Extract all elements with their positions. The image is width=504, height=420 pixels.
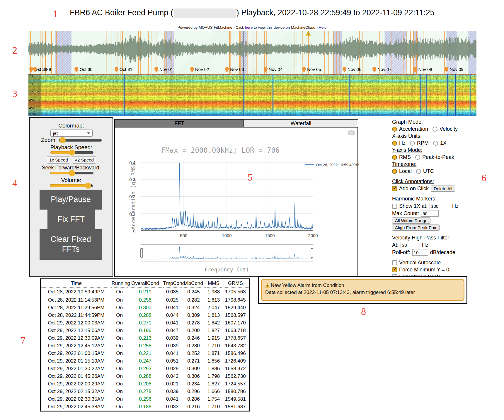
here-link[interactable]: here bbox=[245, 25, 253, 30]
date-pin-nov-03[interactable]: Nov 03 bbox=[225, 67, 229, 72]
date-pin-nov-06[interactable]: Nov 06 bbox=[343, 67, 346, 72]
table-row[interactable]: Oct 29, 2022 12:00:03AMOn0.2710.0410.278… bbox=[41, 319, 250, 327]
table-row[interactable]: Oct 29, 2022 12:15:06AMOn0.1960.0470.209… bbox=[41, 327, 250, 334]
spectrogram[interactable]: 2.0 KHz1.6 KHz1.2 KHz800 Hz400 Hz0 Hz bbox=[28, 74, 476, 116]
graph-mode-radio-acceleration[interactable] bbox=[392, 127, 397, 132]
timezone-radio-local[interactable] bbox=[392, 169, 397, 174]
x-units-radio-hz[interactable] bbox=[392, 141, 397, 146]
seek-slider-thumb[interactable] bbox=[69, 170, 75, 176]
timezone-radio-utc[interactable] bbox=[416, 169, 421, 174]
table-cell: 0.047 bbox=[163, 327, 182, 334]
table-row[interactable]: Oct 29, 2022 01:00:15AMOn0.2210.0410.252… bbox=[41, 350, 250, 357]
help-link[interactable]: Help bbox=[319, 25, 327, 30]
checkbox-label: Vertical Autoscale bbox=[399, 260, 441, 266]
table-row[interactable]: Oct 29, 2022 02:15:32AMOn0.2750.0390.296… bbox=[41, 388, 250, 395]
table-row[interactable]: Oct 29, 2022 02:30:35AMOn0.2560.0410.286… bbox=[41, 395, 250, 403]
alarm-card[interactable]: ! New Yellow Alarm from Condition Data c… bbox=[261, 279, 464, 301]
table-cell: Oct 29, 2022 02:15:32AM bbox=[41, 388, 112, 395]
audio-waveform-timeline[interactable]: ! Oct 28Oct 29Oct 30Oct 31Nov 01Nov 02No… bbox=[28, 31, 476, 74]
add-on-click-checkbox[interactable] bbox=[392, 186, 397, 191]
range-handle-right[interactable] bbox=[311, 248, 313, 258]
date-pin-nov-09[interactable]: Nov 09 bbox=[445, 67, 448, 72]
x-units-radio-1x[interactable] bbox=[433, 141, 438, 146]
date-pin-nov-07[interactable]: Nov 07 bbox=[372, 67, 376, 72]
fix-fft-button[interactable]: Fix FFT bbox=[47, 210, 95, 229]
playback-speed-slider[interactable] bbox=[50, 149, 93, 155]
table-cell: 0.288 bbox=[127, 312, 163, 319]
table-row[interactable]: Oct 29, 2022 02:00:29AMOn0.2080.0210.234… bbox=[41, 380, 250, 388]
rolloff-label: Roll-off: bbox=[392, 249, 410, 256]
table-cell: 0.246 bbox=[182, 334, 206, 342]
tab-waterfall[interactable]: Waterfall bbox=[244, 119, 358, 127]
y-mode-radio-peak-to-peak[interactable] bbox=[415, 155, 420, 160]
date-pin-nov-04[interactable]: Nov 04 bbox=[264, 67, 268, 72]
table-row[interactable]: Oct 29, 2022 01:15:19AMOn0.2470.0510.271… bbox=[41, 357, 250, 365]
date-pin-oct-28[interactable]: Oct 28 bbox=[29, 67, 33, 72]
seek-slider[interactable] bbox=[50, 170, 93, 176]
volume-slider[interactable] bbox=[50, 183, 93, 188]
table-cell: Oct 29, 2022 02:00:29AM bbox=[41, 380, 112, 388]
table-row[interactable]: Oct 29, 2022 12:45:12AMOn0.2580.0390.280… bbox=[41, 342, 250, 350]
date-pin-label: Nov 03 bbox=[230, 67, 244, 72]
delete-all-button[interactable]: Delete All bbox=[431, 186, 455, 192]
table-row[interactable]: Oct 29, 2022 01:30:22AMOn0.2930.0290.309… bbox=[41, 365, 250, 373]
map-pin-icon bbox=[115, 67, 118, 72]
table-row[interactable]: Oct 28, 2022 11:44:59PMOn0.2880.0440.309… bbox=[41, 312, 250, 319]
spec-ytick-800-hz: 800 Hz bbox=[29, 99, 38, 102]
range-handle-left[interactable] bbox=[140, 248, 143, 258]
show-1x-input[interactable] bbox=[430, 203, 450, 209]
v2-speed-button[interactable]: V2 Speed bbox=[72, 156, 96, 164]
playback-speed-slider-thumb[interactable] bbox=[69, 149, 75, 156]
table-cell: 1529.440 bbox=[222, 304, 250, 312]
clear-fixed-ffts-button[interactable]: Clear Fixed FFTs bbox=[40, 229, 102, 260]
vhpf-at-input[interactable] bbox=[401, 242, 420, 248]
region-number-2: 2 bbox=[12, 45, 17, 55]
table-row[interactable]: Oct 28, 2022 11:29:56PMOn0.3000.0410.324… bbox=[41, 304, 250, 312]
table-row[interactable]: Oct 28, 2022 10:59:49PMOn0.2190.0350.245… bbox=[41, 288, 250, 296]
frequency-range-slider[interactable] bbox=[141, 244, 313, 261]
checkbox-vertical-autoscale[interactable] bbox=[392, 260, 397, 265]
x-units-radio-rpm[interactable] bbox=[410, 141, 415, 146]
table-row[interactable]: Oct 29, 2022 02:45:38AMOn0.1880.0330.216… bbox=[41, 403, 250, 411]
max-count-input[interactable] bbox=[421, 210, 439, 217]
spec-ytick-1.6-khz: 1.6 KHz bbox=[29, 83, 39, 86]
camera-icon[interactable] bbox=[348, 130, 355, 136]
rolloff-unit: dB/decade bbox=[430, 249, 455, 256]
date-pin-nov-01[interactable]: Nov 01 bbox=[154, 67, 158, 72]
date-pin-oct-31[interactable]: Oct 31 bbox=[115, 67, 118, 72]
table-cell: 0.035 bbox=[163, 288, 182, 296]
table-cell: 2.047 bbox=[206, 304, 222, 312]
show-1x-checkbox[interactable] bbox=[392, 204, 397, 209]
play-pause-button[interactable]: Play/Pause bbox=[40, 190, 102, 210]
checkbox-force-minimum-y-0[interactable] bbox=[392, 267, 397, 272]
table-cell: 0.324 bbox=[182, 304, 206, 312]
table-cell: 1.988 bbox=[206, 288, 222, 296]
y-mode-radio-rms[interactable] bbox=[392, 155, 397, 160]
table-row[interactable]: Oct 29, 2022 01:45:26AMOn0.2880.0420.306… bbox=[41, 373, 250, 380]
volume-slider-thumb[interactable] bbox=[85, 183, 91, 189]
rolloff-input[interactable] bbox=[412, 249, 428, 256]
date-pin-nov-08[interactable]: Nov 08 bbox=[413, 67, 417, 72]
spectrogram-canvas[interactable] bbox=[28, 74, 476, 116]
x-units-label: RPM bbox=[417, 140, 429, 146]
table-cell: On bbox=[112, 296, 127, 304]
align-from-peak-pair-button[interactable]: Align From Peak Pair bbox=[392, 225, 440, 231]
date-pin-oct-30[interactable]: Oct 30 bbox=[74, 67, 78, 72]
date-pin-layer: Oct 28Oct 29Oct 30Oct 31Nov 01Nov 02Nov … bbox=[28, 31, 476, 74]
zoom-slider[interactable] bbox=[59, 137, 102, 143]
table-row[interactable]: Oct 29, 2022 12:30:09AMOn0.2130.0390.246… bbox=[41, 334, 250, 342]
zoom-slider-thumb[interactable] bbox=[59, 137, 66, 143]
all-within-range-button[interactable]: All Within Range bbox=[392, 217, 430, 224]
date-pin-label: Oct 29 bbox=[38, 67, 51, 72]
graph-mode-radio-velocity[interactable] bbox=[433, 127, 437, 132]
alarm-warning-icon: ! bbox=[265, 283, 270, 288]
table-row[interactable]: Oct 28, 2022 11:14:53PMOn0.2580.0250.282… bbox=[41, 296, 250, 304]
table-cell: 1607.170 bbox=[222, 319, 250, 327]
tab-fft[interactable]: FFT bbox=[115, 119, 244, 127]
fft-plot[interactable] bbox=[141, 159, 313, 231]
colormap-select[interactable]: jet bbox=[50, 130, 93, 137]
1x-speed-button[interactable]: 1x Speed bbox=[47, 156, 70, 164]
date-pin-nov-02[interactable]: Nov 02 bbox=[190, 67, 194, 72]
date-pin-oct-29[interactable]: Oct 29 bbox=[33, 67, 37, 72]
date-pin-nov-05[interactable]: Nov 05 bbox=[302, 67, 306, 72]
